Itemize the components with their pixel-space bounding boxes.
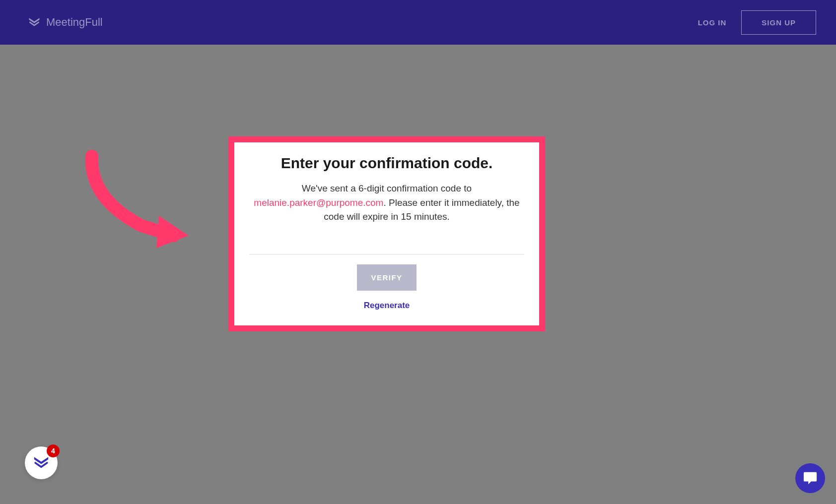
chat-notification-badge: 4 <box>47 444 60 457</box>
login-link[interactable]: LOG IN <box>698 18 727 27</box>
arrow-icon <box>77 149 201 248</box>
confirmation-code-modal: Enter your confirmation code. We've sent… <box>228 136 545 331</box>
brand-name: MeetingFull <box>46 16 103 29</box>
header-actions: LOG IN SIGN UP <box>698 10 816 35</box>
signup-button[interactable]: SIGN UP <box>741 10 816 35</box>
meetingfull-logo-icon <box>27 15 41 29</box>
chat-widget-button[interactable]: 4 <box>25 446 58 479</box>
description-prefix: We've sent a 6-digit confirmation code t… <box>302 183 472 193</box>
app-header: MeetingFull LOG IN SIGN UP <box>0 0 836 45</box>
main-content: Enter your confirmation code. We've sent… <box>0 45 836 504</box>
intercom-launcher[interactable] <box>795 463 825 493</box>
modal-divider <box>249 254 524 254</box>
confirmation-email: melanie.parker@purpome.com <box>254 197 383 208</box>
tutorial-arrow <box>77 149 201 250</box>
modal-description: We've sent a 6-digit confirmation code t… <box>249 182 524 224</box>
meetingfull-chat-icon <box>32 453 51 472</box>
verify-button[interactable]: VERIFY <box>357 264 416 291</box>
modal-title: Enter your confirmation code. <box>249 155 524 172</box>
regenerate-link[interactable]: Regenerate <box>249 301 524 311</box>
intercom-icon <box>803 471 818 485</box>
brand-logo[interactable]: MeetingFull <box>27 15 103 29</box>
